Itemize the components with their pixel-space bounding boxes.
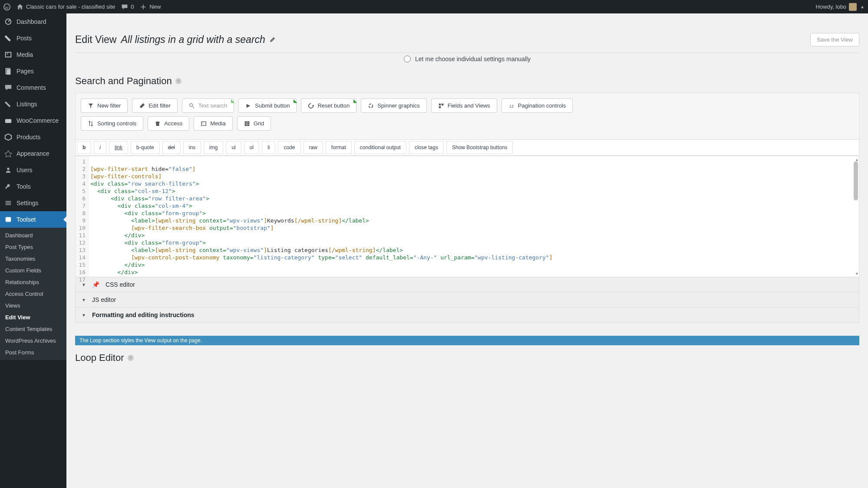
svg-rect-8	[6, 201, 11, 202]
submenu-edit-view[interactable]: Edit View	[0, 311, 66, 323]
format-bootstrap[interactable]: Show Bootstrap buttons	[446, 141, 513, 154]
code-editor[interactable]: 1234567891011121314151617 [wpv-filter-st…	[75, 156, 859, 277]
new-filter-button[interactable]: New filter	[81, 98, 128, 113]
format-del[interactable]: del	[162, 141, 181, 154]
submenu-post-forms[interactable]: Post Forms	[0, 347, 66, 358]
format-img[interactable]: img	[204, 141, 223, 154]
sidebar-label: Users	[17, 167, 33, 174]
manual-radio-input[interactable]	[404, 56, 411, 62]
admin-bar: Classic cars for sale - classified site …	[0, 0, 868, 13]
format-close-tags[interactable]: close tags	[409, 141, 444, 154]
formatting-instructions-toggle[interactable]: ▼ Formatting and editing instructions	[75, 308, 859, 323]
line-gutter: 1234567891011121314151617	[76, 156, 89, 277]
format-code[interactable]: code	[278, 141, 300, 154]
sidebar-item-settings[interactable]: Settings	[0, 195, 66, 211]
svg-rect-9	[6, 203, 11, 203]
new-link[interactable]: New	[140, 3, 161, 10]
loop-info-banner: The Loop section styles the View output …	[75, 336, 859, 345]
text-search-button[interactable]: Text search◣	[182, 98, 234, 113]
site-link[interactable]: Classic cars for sale - classified site	[17, 3, 115, 10]
reset-button-button[interactable]: Reset button◣	[301, 98, 356, 113]
sidebar-label: Dashboard	[17, 18, 46, 25]
svg-rect-21	[201, 121, 206, 125]
submenu-dashboard[interactable]: Dashboard	[0, 229, 66, 241]
grid-button[interactable]: Grid	[237, 116, 271, 131]
expand-icon[interactable]: ▲	[860, 4, 865, 9]
page-header: Edit View All listings in a grid with a …	[75, 27, 859, 53]
sidebar-label: WooCommerce	[17, 117, 59, 124]
sidebar-item-woocommerce[interactable]: WooCommerce	[0, 112, 66, 129]
sidebar-item-posts[interactable]: Posts	[0, 30, 66, 46]
sidebar-item-media[interactable]: Media	[0, 46, 66, 63]
submenu-views[interactable]: Views	[0, 300, 66, 311]
pencil-icon[interactable]	[269, 36, 276, 43]
sidebar-item-pages[interactable]: Pages	[0, 63, 66, 79]
css-editor-toggle[interactable]: ▼ 📌 CSS editor	[75, 277, 859, 292]
format-ins[interactable]: ins	[183, 141, 201, 154]
format-b[interactable]: b	[77, 141, 91, 154]
scroll-down-icon[interactable]: ▾	[856, 271, 858, 276]
sidebar-item-comments[interactable]: Comments	[0, 79, 66, 96]
format-bquote[interactable]: b-quote	[131, 141, 160, 154]
help-icon[interactable]: ?	[175, 78, 182, 84]
page-title: Edit View	[75, 34, 116, 46]
svg-point-7	[7, 168, 9, 170]
pagination-controls-button[interactable]: 12Pagination controls	[502, 98, 573, 113]
svg-point-0	[4, 3, 10, 10]
format-i[interactable]: i	[94, 141, 106, 154]
sidebar-item-users[interactable]: Users	[0, 162, 66, 178]
access-button[interactable]: Access	[148, 116, 189, 131]
submenu-wp-archives[interactable]: WordPress Archives	[0, 335, 66, 347]
submenu-access-control[interactable]: Access Control	[0, 288, 66, 300]
scrollbar-thumb[interactable]	[854, 161, 858, 200]
format-toolbar: b i link b-quote del ins img ul ol li co…	[75, 140, 859, 156]
save-view-button[interactable]: Save the View	[810, 33, 859, 46]
js-editor-toggle[interactable]: ▼ JS editor	[75, 292, 859, 308]
submit-button-button[interactable]: Submit button◣	[238, 98, 297, 113]
sidebar-item-products[interactable]: Products	[0, 129, 66, 145]
submenu-custom-fields[interactable]: Custom Fields	[0, 265, 66, 276]
profile-link[interactable]: Howdy, lobo	[816, 3, 857, 11]
format-link[interactable]: link	[109, 141, 128, 154]
toolset-submenu: Dashboard Post Types Taxonomies Custom F…	[0, 228, 66, 360]
sidebar-item-toolset[interactable]: Toolset	[0, 211, 66, 228]
sorting-controls-button[interactable]: Sorting controls	[81, 116, 143, 131]
format-raw[interactable]: raw	[304, 141, 323, 154]
formatting-label: Formatting and editing instructions	[92, 311, 195, 318]
caret-icon: ▼	[82, 298, 86, 302]
sidebar-label: Products	[17, 134, 40, 141]
submenu-taxonomies[interactable]: Taxonomies	[0, 253, 66, 265]
format-li[interactable]: li	[262, 141, 275, 154]
format-format[interactable]: format	[326, 141, 352, 154]
edit-filter-button[interactable]: Edit filter	[132, 98, 178, 113]
sidebar-item-tools[interactable]: Tools	[0, 178, 66, 195]
svg-rect-23	[244, 121, 249, 126]
sidebar-label: Media	[17, 51, 33, 58]
spinner-graphics-button[interactable]: Spinner graphics	[361, 98, 427, 113]
svg-rect-15	[442, 103, 443, 105]
submenu-content-templates[interactable]: Content Templates	[0, 323, 66, 335]
wp-logo[interactable]	[3, 3, 10, 10]
help-icon[interactable]: ?	[128, 355, 134, 361]
sidebar-item-listings[interactable]: Listings	[0, 96, 66, 112]
sidebar-item-dashboard[interactable]: Dashboard	[0, 13, 66, 30]
code-textarea[interactable]: [wpv-filter-start hide="false"] [wpv-fil…	[89, 156, 859, 277]
svg-rect-14	[439, 103, 441, 105]
manual-settings-row: Let me choose individual settings manual…	[75, 53, 859, 71]
sidebar-label: Posts	[17, 35, 32, 42]
fields-views-button[interactable]: Fields and Views	[431, 98, 497, 113]
svg-point-3	[7, 53, 8, 55]
flag-icon: ◣	[231, 98, 234, 104]
format-ol[interactable]: ol	[244, 141, 259, 154]
manual-settings-radio[interactable]: Let me choose individual settings manual…	[404, 56, 531, 62]
sidebar-label: Listings	[17, 101, 37, 108]
format-ul[interactable]: ul	[226, 141, 241, 154]
comments-link[interactable]: 0	[121, 3, 134, 10]
format-conditional[interactable]: conditional output	[354, 141, 406, 154]
media-button[interactable]: Media	[194, 116, 232, 131]
submenu-post-types[interactable]: Post Types	[0, 241, 66, 253]
svg-rect-10	[6, 204, 11, 205]
sidebar-item-appearance[interactable]: Appearance	[0, 145, 66, 162]
submenu-relationships[interactable]: Relationships	[0, 276, 66, 288]
pin-icon: 📌	[92, 281, 99, 288]
